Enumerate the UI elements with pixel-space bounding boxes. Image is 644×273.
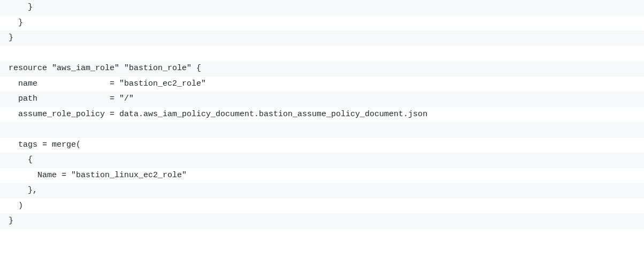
code-line <box>0 46 644 62</box>
code-line: tags = merge( <box>0 138 644 153</box>
code-line: }, <box>0 183 644 199</box>
code-line: } <box>0 214 644 229</box>
code-line: ) <box>0 199 644 214</box>
code-line: } <box>0 31 644 46</box>
code-line: } <box>0 16 644 31</box>
code-line <box>0 122 644 138</box>
code-line: assume_role_policy = data.aws_iam_policy… <box>0 107 644 123</box>
code-line: path = "/" <box>0 92 644 107</box>
code-line: Name = "bastion_linux_ec2_role" <box>0 168 644 184</box>
code-line: resource "aws_iam_role" "bastion_role" { <box>0 61 644 77</box>
code-line: name = "bastion_ec2_role" <box>0 77 644 92</box>
code-block: } } } resource "aws_iam_role" "bastion_r… <box>0 0 644 229</box>
code-line: } <box>0 0 644 16</box>
code-line: { <box>0 153 644 168</box>
